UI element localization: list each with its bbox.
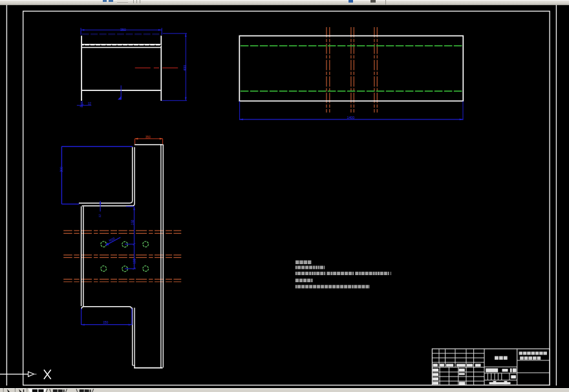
svg-text:150: 150 <box>103 321 109 324</box>
svg-text:150: 150 <box>131 220 134 225</box>
svg-text:400: 400 <box>183 65 187 71</box>
svg-text:12: 12 <box>98 214 102 217</box>
svg-text:1400: 1400 <box>347 116 355 119</box>
svg-text:12: 12 <box>88 102 92 105</box>
svg-text:350: 350 <box>120 28 126 32</box>
svg-text:350: 350 <box>145 136 151 139</box>
svg-text:300: 300 <box>59 167 63 172</box>
svg-text:100: 100 <box>133 258 136 263</box>
